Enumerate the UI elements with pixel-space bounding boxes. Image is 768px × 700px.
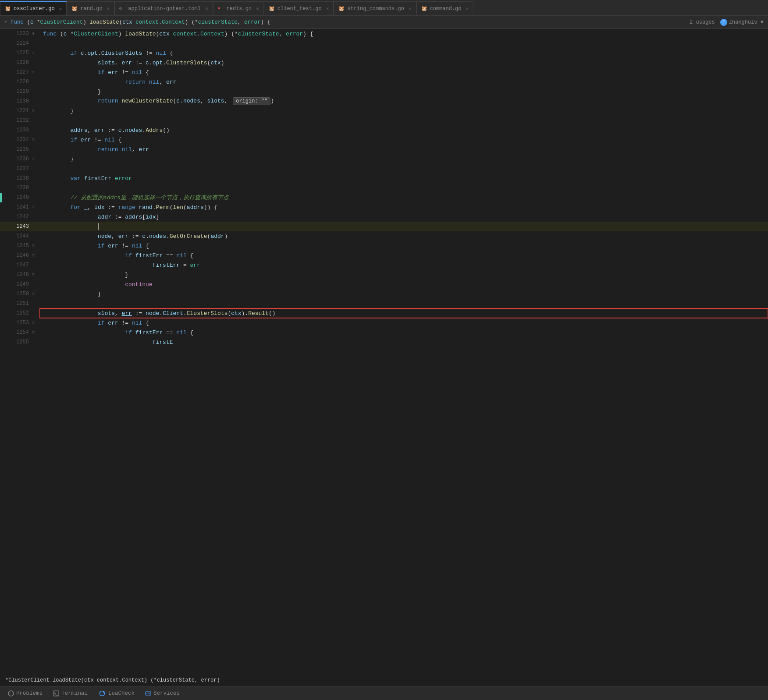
line-number: 1224 bbox=[15, 40, 29, 46]
code-line-1251 bbox=[39, 299, 768, 308]
line-number: 1239 bbox=[15, 185, 29, 191]
close-icon[interactable]: ✕ bbox=[409, 6, 412, 11]
line-number: 1255 bbox=[15, 339, 29, 345]
gutter-row: 1231 ▽ bbox=[0, 106, 39, 116]
line-number: 1243 bbox=[15, 223, 29, 230]
gutter-row: 1251 bbox=[0, 299, 39, 308]
tab-bar: 🐹 osscluster.go ✕ 🐹 rand.go ✕ ⚙ applicat… bbox=[0, 0, 768, 16]
tab-osscluster[interactable]: 🐹 osscluster.go ✕ bbox=[0, 1, 67, 15]
fold-arrow[interactable]: ▽ bbox=[31, 253, 36, 258]
code-line-1255: firstE bbox=[39, 337, 768, 347]
bottom-tab-problems[interactable]: ! Problems bbox=[4, 689, 47, 698]
author-name: zhanghui5 ▼ bbox=[729, 19, 764, 25]
code-line-1243 bbox=[39, 222, 768, 231]
fold-arrow[interactable]: ▽ bbox=[31, 291, 36, 297]
gutter-row: 1245 ▽ bbox=[0, 241, 39, 251]
line-number: 1225 bbox=[15, 50, 29, 56]
code-line-1250: } bbox=[39, 289, 768, 299]
terminal-icon bbox=[53, 690, 59, 696]
tab-redis[interactable]: ● redis.go ✕ bbox=[213, 1, 264, 15]
line-number: 1248 bbox=[15, 272, 29, 278]
code-line-1244: node, err := c.nodes.GetOrCreate(addr) bbox=[39, 231, 768, 241]
tab-client-test[interactable]: 🐹 client_test.go ✕ bbox=[264, 1, 334, 15]
bottom-tab-services[interactable]: Services bbox=[141, 689, 184, 698]
gutter-row: 1253 ▽ bbox=[0, 318, 39, 328]
fold-arrow[interactable]: ▽ bbox=[31, 108, 36, 113]
gutter-row: 1223 ▼ bbox=[0, 29, 39, 39]
bottom-tab-luacheck[interactable]: LuaCheck bbox=[94, 689, 139, 698]
code-line-1239 bbox=[39, 183, 768, 193]
close-icon[interactable]: ✕ bbox=[205, 6, 208, 11]
line-number: 1223 bbox=[15, 31, 29, 37]
close-icon[interactable]: ✕ bbox=[59, 6, 62, 12]
line-number: 1226 bbox=[15, 60, 29, 66]
bottom-bar: ! Problems Terminal LuaCheck bbox=[0, 686, 768, 700]
gutter-row: 1234 ▽ bbox=[0, 135, 39, 145]
fold-arrow[interactable]: ▽ bbox=[31, 320, 36, 325]
problems-label: Problems bbox=[16, 690, 43, 696]
line-number: 1252 bbox=[15, 310, 29, 316]
fold-arrow[interactable]: ▽ bbox=[31, 156, 36, 162]
tab-label: redis.go bbox=[227, 6, 252, 12]
gutter-row: 1244 bbox=[0, 231, 39, 241]
gutter-row: 1225 ▽ bbox=[0, 48, 39, 58]
fold-arrow[interactable]: ▽ bbox=[31, 243, 36, 248]
tab-rand[interactable]: 🐹 rand.go ✕ bbox=[67, 1, 114, 15]
tab-label: osscluster.go bbox=[14, 6, 55, 12]
line-number: 1237 bbox=[15, 166, 29, 172]
tab-command[interactable]: 🐹 command.go ✕ bbox=[416, 1, 474, 15]
code-line-1245: if err != nil { bbox=[39, 241, 768, 251]
close-icon[interactable]: ✕ bbox=[107, 6, 110, 11]
gutter-row: 1246 ▽ bbox=[0, 251, 39, 260]
fold-arrow[interactable]: ▼ bbox=[31, 32, 36, 36]
close-icon[interactable]: ✕ bbox=[466, 6, 469, 11]
bottom-tab-terminal[interactable]: Terminal bbox=[49, 689, 92, 698]
gutter-row: 1230 bbox=[0, 96, 39, 106]
tab-string-commands[interactable]: 🐹 string_commands.go ✕ bbox=[334, 1, 416, 15]
close-icon[interactable]: ✕ bbox=[256, 6, 259, 11]
code-line-1231: } bbox=[39, 106, 768, 116]
luacheck-label: LuaCheck bbox=[108, 690, 135, 696]
tab-go-icon: 🐹 bbox=[269, 6, 275, 12]
gutter: 1223 ▼ 1224 1225 ▽ 1226 1227 ▽ 1228 bbox=[0, 29, 39, 674]
tab-label: string_commands.go bbox=[347, 6, 404, 12]
tab-application[interactable]: ⚙ application-gotest.toml ✕ bbox=[114, 1, 213, 15]
code-content[interactable]: func (c *ClusterClient) loadState(ctx co… bbox=[39, 29, 768, 674]
lua-icon bbox=[98, 690, 106, 696]
fold-arrow[interactable]: ▽ bbox=[31, 205, 36, 210]
code-line-1254: if firstErr == nil { bbox=[39, 328, 768, 337]
gutter-row: 1227 ▽ bbox=[0, 67, 39, 77]
status-text: *ClusterClient.loadState(ctx context.Con… bbox=[5, 677, 220, 683]
gutter-row: 1235 bbox=[0, 145, 39, 154]
author-avatar: Z bbox=[720, 19, 727, 26]
status-bar: *ClusterClient.loadState(ctx context.Con… bbox=[0, 674, 768, 686]
code-line-1253: if err != nil { bbox=[39, 318, 768, 328]
fold-arrow[interactable]: ▽ bbox=[31, 330, 36, 335]
tab-label: client_test.go bbox=[277, 6, 322, 12]
terminal-label: Terminal bbox=[61, 690, 88, 696]
line-number: 1238 bbox=[15, 175, 29, 181]
gutter-row: 1243 bbox=[0, 222, 39, 231]
close-icon[interactable]: ✕ bbox=[326, 6, 329, 11]
tab-go-icon: 🐹 bbox=[338, 6, 345, 12]
gutter-row: 1241 ▽ bbox=[0, 202, 39, 212]
line-number: 1247 bbox=[15, 262, 29, 268]
fold-arrow[interactable]: ▽ bbox=[31, 70, 36, 75]
code-line-1235: return nil, err bbox=[39, 145, 768, 154]
code-line-1224 bbox=[39, 39, 768, 48]
fold-arrow[interactable]: ▽ bbox=[31, 272, 36, 277]
fold-arrow[interactable]: ▽ bbox=[31, 137, 36, 142]
code-line-1252: slots, err := node.Client.ClusterSlots(c… bbox=[39, 308, 768, 318]
line-number: 1233 bbox=[15, 127, 29, 133]
code-line-1230: return newClusterState(c.nodes, slots, o… bbox=[39, 96, 768, 106]
gutter-row: 1224 bbox=[0, 39, 39, 48]
author-info: Z zhanghui5 ▼ bbox=[720, 19, 764, 26]
gutter-row: 1249 bbox=[0, 279, 39, 289]
code-line-1228: return nil, err bbox=[39, 77, 768, 87]
line-number: 1234 bbox=[15, 137, 29, 143]
line-number: 1253 bbox=[15, 320, 29, 326]
gutter-row: 1250 ▽ bbox=[0, 289, 39, 299]
code-area: 1223 ▼ 1224 1225 ▽ 1226 1227 ▽ 1228 bbox=[0, 29, 768, 674]
fold-arrow[interactable]: ▽ bbox=[31, 50, 36, 56]
code-line-1226: slots, err := c.opt.ClusterSlots(ctx) bbox=[39, 58, 768, 67]
